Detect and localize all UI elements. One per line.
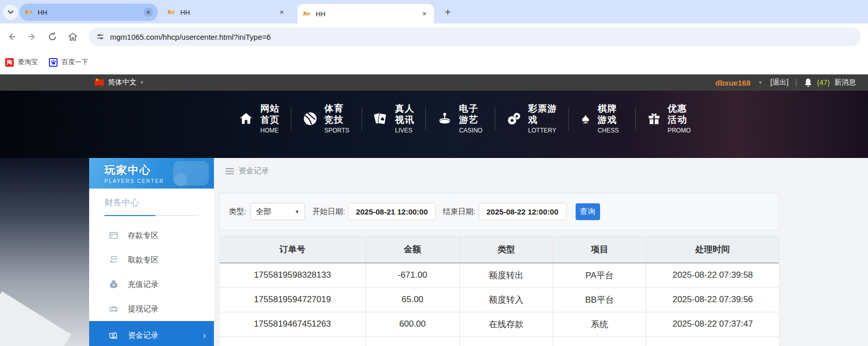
withdraw-icon xyxy=(108,255,119,265)
nav-label-en: SPORTS xyxy=(324,127,349,134)
nav-item-casino[interactable]: 电子游艺CASINO xyxy=(426,103,495,135)
forward-button[interactable] xyxy=(23,28,41,45)
reload-icon xyxy=(47,32,58,42)
home-button[interactable] xyxy=(64,28,82,45)
chevron-down-icon: ▼ xyxy=(140,80,144,85)
search-button[interactable]: 查询 xyxy=(576,203,600,220)
site-favicon xyxy=(167,8,175,16)
type-select[interactable]: 全部 ▼ xyxy=(250,203,305,220)
table-header-row: 订单号 金额 类型 项目 处理时间 xyxy=(220,236,779,263)
chevron-down-icon: ▼ xyxy=(294,209,300,215)
sidebar-item-label: 取款专区 xyxy=(128,255,158,265)
sidebar-item-label: 存款专区 xyxy=(128,231,158,241)
bell-icon[interactable] xyxy=(804,78,812,87)
tab-strip: HH × HH × HH × + xyxy=(0,0,868,23)
nav-label-zh: 彩票游戏 xyxy=(528,103,557,125)
end-date-label: 结束日期: xyxy=(443,207,475,217)
funds-record-panel: 资金记录 类型: 全部 ▼ 开始日期: 2025-08-21 12:00:00 … xyxy=(219,158,779,346)
filter-panel: 类型: 全部 ▼ 开始日期: 2025-08-21 12:00:00 结束日期:… xyxy=(219,193,779,230)
taobao-icon: 淘 xyxy=(5,58,14,67)
section-underline xyxy=(104,215,199,216)
baidu-paw-icon xyxy=(49,58,58,67)
cell-order-id: 1755819598328133 xyxy=(220,263,366,287)
gift-icon xyxy=(647,111,661,127)
sidebar-item-deposit[interactable]: 存款专区 xyxy=(89,223,214,248)
nav-label-zh: 真人视讯 xyxy=(395,103,414,125)
sidebar-item-funds[interactable]: 资金记录 › xyxy=(89,321,214,346)
cell-type: 在线存款 xyxy=(459,312,553,336)
tab-close-icon[interactable]: × xyxy=(420,9,429,18)
address-bar[interactable]: mgm1065.com/hhcp/usercenter.html?iniType… xyxy=(89,28,861,46)
sidebar-header: 玩家中心 PLAYERS CENTER xyxy=(89,158,214,189)
roulette-icon xyxy=(437,111,452,127)
nav-item-sports[interactable]: 体育竞技SPORTS xyxy=(291,103,362,135)
logout-link[interactable]: [退出] xyxy=(770,78,789,87)
nav-label-zh: 体育竞技 xyxy=(324,103,344,125)
nav-label-en: HOME xyxy=(260,127,279,134)
site-topbar: ★ 简体中文 ▼ dbxue168 ▼ [退出] | (47) 新消息 xyxy=(0,74,868,91)
start-date-label: 开始日期: xyxy=(312,207,345,217)
deposit-icon xyxy=(108,230,119,241)
forward-arrow-icon xyxy=(27,32,37,42)
message-count[interactable]: (47) xyxy=(817,78,830,87)
bookmark-baidu[interactable]: 百度一下 xyxy=(49,58,88,67)
site-favicon xyxy=(24,8,33,16)
sidebar-item-label: 充值记录 xyxy=(128,280,158,289)
nav-label-en: LOTTERY xyxy=(528,127,556,134)
start-date-input[interactable]: 2025-08-21 12:00:00 xyxy=(348,203,436,220)
back-arrow-icon xyxy=(7,32,17,42)
cell-item: BB平台 xyxy=(553,287,646,312)
funds-icon xyxy=(108,330,119,340)
divider: | xyxy=(795,78,797,87)
bookmark-taobao[interactable]: 淘 爱淘宝 xyxy=(5,58,38,67)
language-selector[interactable]: 简体中文 xyxy=(108,78,137,87)
home-icon xyxy=(238,111,254,127)
nav-label-zh: 优惠活动 xyxy=(668,103,687,125)
type-label: 类型: xyxy=(229,207,246,217)
site-favicon xyxy=(303,10,311,18)
nav-item-home[interactable]: 网站首页HOME xyxy=(227,103,291,135)
chevron-down-icon xyxy=(8,10,14,14)
sidebar-item-withdraw[interactable]: 取款专区 xyxy=(89,248,214,272)
chevron-down-icon: ▼ xyxy=(758,80,763,85)
nav-item-promo[interactable]: 优惠活动PROMO xyxy=(636,103,704,135)
message-label[interactable]: 新消息 xyxy=(834,78,856,87)
site-info-icon xyxy=(96,32,105,41)
nav-label-en: CASINO xyxy=(459,127,482,134)
page-title: 资金记录 xyxy=(238,166,269,176)
cell-item: PA平台 xyxy=(553,263,646,287)
tab-search-button[interactable] xyxy=(3,5,18,20)
nav-item-lottery[interactable]: 彩票游戏LOTTERY xyxy=(495,103,568,135)
browser-tab-2[interactable]: HH × xyxy=(162,4,291,21)
page-content: 玩家中心 PLAYERS CENTER 财务中心 存款专区 xyxy=(0,158,868,346)
player-center-sidebar: 玩家中心 PLAYERS CENTER 财务中心 存款专区 xyxy=(89,158,214,346)
browser-tab-1[interactable]: HH × xyxy=(19,4,158,21)
sidebar-item-label: 提现记录 xyxy=(128,304,158,314)
browser-tab-active[interactable]: HH × xyxy=(297,4,434,23)
recharge-icon: ¥ xyxy=(108,279,119,289)
cell-time: 2025-08-22 07:39:56 xyxy=(646,287,779,312)
sidebar-item-recharge[interactable]: ¥ 充值记录 xyxy=(89,272,214,297)
new-tab-button[interactable]: + xyxy=(441,6,454,19)
table-row: 1755819594727019 65.00 额度转入 BB平台 2025-08… xyxy=(220,287,779,312)
end-date-input[interactable]: 2025-08-22 12:00:00 xyxy=(479,203,566,220)
tab-close-icon[interactable]: × xyxy=(277,8,286,17)
reload-button[interactable] xyxy=(44,28,61,45)
username-dropdown[interactable]: dbxue168 xyxy=(715,78,750,87)
tab-close-icon[interactable]: × xyxy=(144,8,153,17)
nav-label-zh: 棋牌游戏 xyxy=(598,103,617,125)
sidebar-section: 财务中心 xyxy=(89,189,214,216)
cell-amount: 65.00 xyxy=(366,287,459,312)
col-time: 处理时间 xyxy=(646,236,779,263)
table-row-partial xyxy=(220,336,779,346)
nav-item-chess[interactable]: ♠ 棋牌游戏CHESS xyxy=(569,103,635,135)
tab-title: HH xyxy=(316,10,420,18)
nav-item-lives[interactable]: 真人视讯LIVES xyxy=(362,103,425,135)
back-button[interactable] xyxy=(3,28,20,45)
sidebar-item-cashout[interactable]: 提现记录 xyxy=(89,297,214,321)
cell-time: 2025-08-22 07:39:58 xyxy=(646,263,779,287)
nav-label-zh: 网站首页 xyxy=(260,103,280,125)
col-order-id: 订单号 xyxy=(220,236,366,263)
nav-label-en: PROMO xyxy=(668,127,691,134)
table-row: 1755819598328133 -671.00 额度转出 PA平台 2025-… xyxy=(220,263,779,287)
